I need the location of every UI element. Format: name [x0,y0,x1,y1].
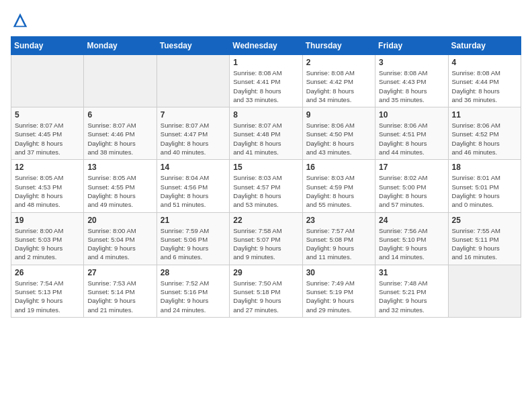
day-info: Sunrise: 7:53 AM Sunset: 5:14 PM Dayligh… [87,279,152,314]
day-number: 22 [233,216,298,225]
calendar-cell: 22Sunrise: 7:58 AM Sunset: 5:07 PM Dayli… [230,212,302,265]
day-number: 14 [161,163,226,172]
day-info: Sunrise: 8:08 AM Sunset: 4:42 PM Dayligh… [306,68,371,104]
calendar-cell: 2Sunrise: 8:08 AM Sunset: 4:42 PM Daylig… [302,55,375,107]
day-info: Sunrise: 8:05 AM Sunset: 4:53 PM Dayligh… [15,173,80,209]
calendar-day-header: Wednesday [230,37,302,55]
day-number: 20 [87,216,152,225]
calendar-header-row: SundayMondayTuesdayWednesdayThursdayFrid… [11,37,521,55]
day-info: Sunrise: 8:07 AM Sunset: 4:48 PM Dayligh… [233,121,298,156]
calendar-cell: 26Sunrise: 7:54 AM Sunset: 5:13 PM Dayli… [11,265,84,317]
day-number: 13 [87,163,152,172]
calendar-cell: 29Sunrise: 7:50 AM Sunset: 5:18 PM Dayli… [230,265,302,317]
calendar-cell: 6Sunrise: 8:07 AM Sunset: 4:46 PM Daylig… [84,107,157,160]
calendar-cell: 15Sunrise: 8:03 AM Sunset: 4:57 PM Dayli… [230,160,302,212]
day-info: Sunrise: 7:57 AM Sunset: 5:08 PM Dayligh… [306,226,371,262]
calendar-cell: 31Sunrise: 7:48 AM Sunset: 5:21 PM Dayli… [375,265,448,317]
day-number: 18 [452,163,517,172]
calendar-cell: 3Sunrise: 8:08 AM Sunset: 4:43 PM Daylig… [375,55,448,107]
day-number: 25 [452,216,517,225]
day-info: Sunrise: 8:06 AM Sunset: 4:50 PM Dayligh… [306,121,371,156]
day-number: 4 [452,58,517,67]
day-number: 21 [161,216,226,225]
day-info: Sunrise: 8:02 AM Sunset: 5:00 PM Dayligh… [379,173,444,209]
calendar-day-header: Saturday [448,37,521,55]
day-info: Sunrise: 8:07 AM Sunset: 4:46 PM Dayligh… [87,121,152,156]
day-number: 8 [233,110,298,120]
day-info: Sunrise: 7:52 AM Sunset: 5:16 PM Dayligh… [161,279,226,314]
logo [11,11,32,30]
calendar-week-row: 5Sunrise: 8:07 AM Sunset: 4:45 PM Daylig… [11,107,521,160]
day-number: 9 [306,110,371,120]
day-number: 24 [379,216,444,225]
calendar-cell [448,265,521,317]
calendar-cell: 17Sunrise: 8:02 AM Sunset: 5:00 PM Dayli… [375,160,448,212]
calendar-cell: 7Sunrise: 8:07 AM Sunset: 4:47 PM Daylig… [157,107,229,160]
day-info: Sunrise: 8:03 AM Sunset: 4:57 PM Dayligh… [233,173,298,209]
calendar-cell: 30Sunrise: 7:49 AM Sunset: 5:19 PM Dayli… [302,265,375,317]
calendar-day-header: Monday [84,37,157,55]
calendar-cell [11,55,84,107]
calendar-day-header: Tuesday [157,37,229,55]
day-number: 3 [379,58,444,67]
day-number: 26 [15,268,80,277]
calendar-cell: 16Sunrise: 8:03 AM Sunset: 4:59 PM Dayli… [302,160,375,212]
calendar-table: SundayMondayTuesdayWednesdayThursdayFrid… [11,36,521,318]
calendar-cell: 5Sunrise: 8:07 AM Sunset: 4:45 PM Daylig… [11,107,84,160]
day-info: Sunrise: 7:50 AM Sunset: 5:18 PM Dayligh… [233,279,298,314]
day-info: Sunrise: 7:55 AM Sunset: 5:11 PM Dayligh… [452,226,517,262]
day-info: Sunrise: 8:06 AM Sunset: 4:51 PM Dayligh… [379,121,444,156]
day-number: 7 [161,110,226,120]
day-info: Sunrise: 8:07 AM Sunset: 4:45 PM Dayligh… [15,121,80,156]
day-number: 23 [306,216,371,225]
calendar-week-row: 12Sunrise: 8:05 AM Sunset: 4:53 PM Dayli… [11,160,521,212]
day-number: 31 [379,268,444,277]
calendar-cell: 4Sunrise: 8:08 AM Sunset: 4:44 PM Daylig… [448,55,521,107]
calendar-week-row: 1Sunrise: 8:08 AM Sunset: 4:41 PM Daylig… [11,55,521,107]
day-number: 27 [87,268,152,277]
calendar-day-header: Friday [375,37,448,55]
day-number: 12 [15,163,80,172]
day-info: Sunrise: 7:49 AM Sunset: 5:19 PM Dayligh… [306,279,371,314]
calendar-cell: 20Sunrise: 8:00 AM Sunset: 5:04 PM Dayli… [84,212,157,265]
calendar-cell [157,55,229,107]
day-info: Sunrise: 8:00 AM Sunset: 5:04 PM Dayligh… [87,226,152,262]
day-number: 16 [306,163,371,172]
calendar-cell: 9Sunrise: 8:06 AM Sunset: 4:50 PM Daylig… [302,107,375,160]
day-info: Sunrise: 7:54 AM Sunset: 5:13 PM Dayligh… [15,279,80,314]
day-info: Sunrise: 8:08 AM Sunset: 4:43 PM Dayligh… [379,68,444,104]
day-number: 11 [452,110,517,120]
calendar-cell: 23Sunrise: 7:57 AM Sunset: 5:08 PM Dayli… [302,212,375,265]
day-info: Sunrise: 8:08 AM Sunset: 4:44 PM Dayligh… [452,68,517,104]
day-number: 29 [233,268,298,277]
calendar-cell: 12Sunrise: 8:05 AM Sunset: 4:53 PM Dayli… [11,160,84,212]
day-number: 6 [87,110,152,120]
calendar-cell [84,55,157,107]
calendar-week-row: 19Sunrise: 8:00 AM Sunset: 5:03 PM Dayli… [11,212,521,265]
calendar-cell: 1Sunrise: 8:08 AM Sunset: 4:41 PM Daylig… [230,55,302,107]
day-number: 10 [379,110,444,120]
day-number: 5 [15,110,80,120]
day-number: 1 [233,58,298,67]
calendar-cell: 21Sunrise: 7:59 AM Sunset: 5:06 PM Dayli… [157,212,229,265]
calendar-cell: 18Sunrise: 8:01 AM Sunset: 5:01 PM Dayli… [448,160,521,212]
day-number: 30 [306,268,371,277]
day-info: Sunrise: 7:48 AM Sunset: 5:21 PM Dayligh… [379,279,444,314]
day-number: 19 [15,216,80,225]
calendar-cell: 13Sunrise: 8:05 AM Sunset: 4:55 PM Dayli… [84,160,157,212]
day-info: Sunrise: 8:08 AM Sunset: 4:41 PM Dayligh… [233,68,298,104]
day-info: Sunrise: 8:01 AM Sunset: 5:01 PM Dayligh… [452,173,517,209]
calendar-cell: 28Sunrise: 7:52 AM Sunset: 5:16 PM Dayli… [157,265,229,317]
calendar-day-header: Sunday [11,37,84,55]
calendar-cell: 11Sunrise: 8:06 AM Sunset: 4:52 PM Dayli… [448,107,521,160]
day-info: Sunrise: 7:59 AM Sunset: 5:06 PM Dayligh… [161,226,226,262]
calendar-cell: 14Sunrise: 8:04 AM Sunset: 4:56 PM Dayli… [157,160,229,212]
calendar-cell: 10Sunrise: 8:06 AM Sunset: 4:51 PM Dayli… [375,107,448,160]
day-info: Sunrise: 7:56 AM Sunset: 5:10 PM Dayligh… [379,226,444,262]
calendar-cell: 8Sunrise: 8:07 AM Sunset: 4:48 PM Daylig… [230,107,302,160]
logo-icon [11,11,30,30]
day-info: Sunrise: 8:05 AM Sunset: 4:55 PM Dayligh… [87,173,152,209]
day-number: 28 [161,268,226,277]
day-number: 17 [379,163,444,172]
page-header [11,11,521,30]
